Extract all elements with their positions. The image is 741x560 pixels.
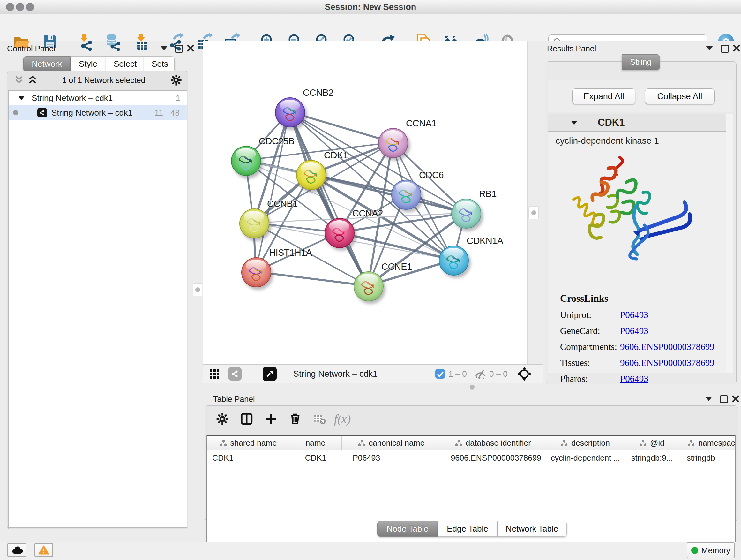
table-cell: stringdb:9... [625, 453, 678, 462]
node-count: 11 [154, 108, 163, 118]
toolbar-separator [251, 367, 251, 381]
node-label-ccna1: CCNA1 [406, 118, 436, 129]
column-header--id[interactable]: @id [625, 436, 678, 450]
crosslinks-block: CrossLinks Uniprot:P06493GeneCard:P06493… [560, 293, 720, 384]
column-header-shared-name[interactable]: shared name [207, 436, 289, 450]
column-header-name[interactable]: name [289, 436, 342, 450]
column-header-canonical-name[interactable]: canonical name [342, 436, 441, 450]
column-label: description [571, 438, 610, 448]
column-label: name [306, 438, 326, 448]
hidden-counts: 0 – 0 [489, 365, 508, 383]
panel-menu-icon[interactable] [705, 396, 712, 401]
gear-icon [216, 412, 229, 426]
tab-network-table[interactable]: Network Table [497, 521, 567, 537]
memory-button[interactable]: Memory [687, 543, 735, 558]
tab-network[interactable]: Network [23, 56, 71, 72]
column-header-namespace[interactable]: namespace [678, 436, 736, 450]
panel-menu-icon[interactable] [706, 46, 713, 51]
delete-table-button[interactable] [312, 411, 327, 427]
network-node-ccna2[interactable] [325, 218, 354, 248]
window-title: Session: New Session [0, 2, 741, 12]
tab-string[interactable]: String [622, 54, 660, 70]
crosslink-row: Tissues:9606.ENSP00000378699 [560, 358, 720, 368]
crosslink-link[interactable]: 9606.ENSP00000378699 [620, 358, 715, 368]
table-row[interactable]: CDK1CDK1P064939606.ENSP00000378699cyclin… [207, 450, 735, 465]
gene-section-header[interactable]: CDK1 [548, 114, 733, 132]
section-collapse-icon[interactable] [571, 121, 577, 125]
node-label-cdkn1a: CDKN1A [467, 236, 503, 246]
network-view-toolbar: String Network – cdk1 1 – 0 0 – 0 [203, 364, 542, 383]
network-canvas[interactable]: CCNB2CCNA1CDC25BCDK1CDC6RB1CCNB1CCNA2CDK… [203, 41, 528, 364]
panel-close-icon[interactable] [732, 395, 739, 402]
function-builder-button[interactable]: f(x) [335, 411, 350, 427]
splitter-handle-bottom[interactable] [467, 384, 477, 390]
node-label-cdk1: CDK1 [324, 150, 348, 161]
panel-close-icon[interactable] [733, 45, 740, 52]
network-edge[interactable] [289, 112, 393, 142]
tab-edge-table[interactable]: Edge Table [438, 521, 497, 537]
pan-tool-button[interactable] [517, 365, 532, 383]
network-node-cdc25b[interactable] [231, 146, 261, 176]
splitter-handle-left[interactable] [193, 283, 202, 296]
cloud-icon [11, 546, 23, 554]
tab-sets[interactable]: Sets [144, 56, 175, 72]
gene-description: cyclin-dependent kinase 1 [556, 136, 659, 146]
network-node-ccne1[interactable] [354, 271, 384, 301]
crosslink-link[interactable]: 9606.ENSP00000378699 [620, 341, 715, 352]
network-node-cdkn1a[interactable] [439, 246, 469, 275]
hidden-toggle[interactable] [474, 365, 487, 383]
panel-float-icon[interactable] [720, 395, 728, 403]
node-table[interactable]: shared namenamecanonical namedatabase id… [206, 435, 736, 559]
show-columns-button[interactable] [239, 411, 254, 427]
network-node-ccnb1[interactable] [239, 208, 269, 239]
control-panel: Control Panel Network Style Select Sets … [3, 42, 192, 531]
grid-view-button[interactable] [209, 365, 220, 383]
expand-all-button[interactable]: Expand All [572, 88, 635, 105]
delete-column-button[interactable] [287, 411, 303, 427]
tab-style[interactable]: Style [71, 56, 106, 72]
create-column-button[interactable] [263, 411, 279, 427]
panel-menu-icon[interactable] [160, 46, 167, 51]
network-row-selected[interactable]: String Network – cdk1 11 48 [9, 105, 187, 120]
panel-close-icon[interactable] [187, 45, 194, 52]
network-collection-row[interactable]: String Network – cdk1 1 [9, 91, 187, 105]
gene-section: CDK1 cyclin-dependent kinase 1 CrossLink… [548, 114, 733, 373]
tree-expand-icon[interactable] [18, 96, 24, 100]
tab-select[interactable]: Select [106, 56, 144, 72]
splitter-handle-right[interactable] [529, 206, 539, 219]
column-header-database-identifier[interactable]: database identifier [441, 436, 545, 450]
selected-checkbox[interactable] [435, 365, 445, 383]
panel-float-icon[interactable] [721, 45, 729, 53]
panel-float-icon[interactable] [175, 45, 183, 53]
network-node-hist1h1a[interactable] [241, 257, 271, 287]
cloud-status-button[interactable] [7, 543, 26, 557]
tab-node-table[interactable]: Node Table [377, 521, 438, 537]
collapse-all-button[interactable]: Collapse All [645, 88, 715, 105]
expand-all-icon[interactable] [28, 76, 37, 84]
birds-eye-icon [263, 367, 277, 381]
fx-icon: f(x) [334, 412, 351, 426]
network-node-ccnb2[interactable] [275, 98, 305, 127]
birds-eye-view-button[interactable] [263, 365, 277, 383]
warning-icon [38, 545, 49, 555]
network-edge[interactable] [256, 272, 368, 286]
crosslink-link[interactable]: P06493 [620, 374, 649, 384]
network-node-cdc6[interactable] [391, 180, 421, 210]
crosslink-row: GeneCard:P06493 [560, 326, 720, 336]
gene-symbol: CDK1 [598, 117, 624, 128]
crosslink-link[interactable]: P06493 [620, 326, 649, 336]
network-node-rb1[interactable] [451, 199, 481, 229]
table-cell: 9606.ENSP00000378699 [441, 453, 545, 462]
network-node-cdk1[interactable] [296, 160, 326, 190]
network-edge[interactable] [289, 112, 368, 286]
table-settings-button[interactable] [215, 411, 230, 427]
crosslink-link[interactable]: P06493 [620, 310, 649, 320]
gear-icon[interactable] [170, 74, 182, 86]
network-share-button[interactable] [228, 365, 242, 383]
warnings-button[interactable] [35, 543, 53, 557]
gene-section-scrollbar[interactable] [726, 114, 733, 373]
collapse-all-icon[interactable] [14, 76, 24, 84]
edge-count: 48 [171, 108, 180, 118]
network-node-ccna1[interactable] [378, 128, 408, 158]
column-header-description[interactable]: description [545, 436, 625, 450]
